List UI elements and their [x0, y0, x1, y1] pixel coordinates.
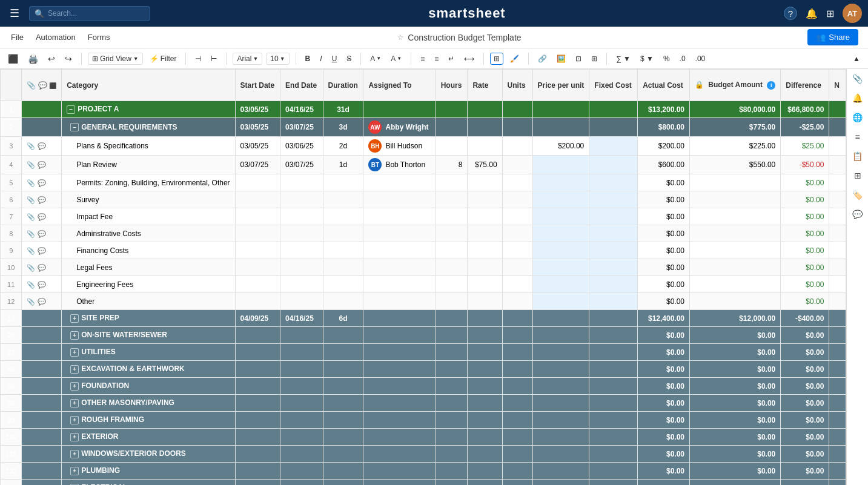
end-date-cell[interactable] [280, 395, 323, 412]
share-button[interactable]: 👥 Share [807, 29, 858, 45]
rate-cell[interactable] [468, 137, 502, 156]
start-date-cell[interactable] [235, 480, 280, 486]
actual-cost-cell[interactable]: $0.00 [638, 191, 690, 208]
currency-button[interactable]: $ ▼ [637, 53, 657, 64]
sidebar-publish-icon[interactable]: 📋 [852, 151, 863, 161]
budget-amount-cell[interactable]: $0.00 [690, 429, 781, 446]
category-cell[interactable]: +ON-SITE WATER/SEWER [62, 327, 235, 344]
difference-cell[interactable]: -$25.00 [781, 118, 829, 137]
actual-cost-cell[interactable]: $0.00 [638, 378, 690, 395]
italic-button[interactable]: I [317, 53, 325, 64]
fixed-cost-cell[interactable] [589, 118, 638, 137]
attach-icon[interactable]: 📎 [27, 161, 35, 168]
comment-icon[interactable]: 💬 [38, 230, 46, 237]
end-date-cell[interactable] [280, 463, 323, 480]
comment-icon[interactable]: 💬 [38, 247, 46, 254]
start-date-cell[interactable]: 03/05/25 [235, 118, 280, 137]
budget-amount-cell[interactable] [690, 191, 781, 208]
start-date-cell[interactable] [235, 395, 280, 412]
rate-cell[interactable] [468, 344, 502, 361]
category-cell[interactable]: Permits: Zoning, Building, Environmental… [62, 174, 235, 191]
fixed-cost-cell[interactable] [589, 344, 638, 361]
price-per-unit-cell[interactable] [532, 446, 589, 463]
actual-cost-cell[interactable]: $0.00 [638, 225, 690, 242]
difference-cell[interactable]: $66,800.00 [781, 101, 829, 118]
align-center-button[interactable]: ≡ [431, 53, 442, 64]
hours-cell[interactable] [436, 137, 468, 156]
start-date-cell[interactable]: 03/05/25 [235, 137, 280, 156]
assigned-to-cell[interactable]: BTBob Thorton [363, 156, 436, 174]
assigned-to-cell[interactable] [363, 101, 436, 118]
bold-button[interactable]: B [302, 53, 314, 64]
automation-menu[interactable]: Automation [35, 30, 77, 44]
fixed-cost-cell[interactable] [589, 310, 638, 327]
price-per-unit-cell[interactable] [532, 118, 589, 137]
expand-collapse-icon[interactable]: + [70, 450, 79, 458]
category-cell[interactable]: Plan Review [62, 156, 235, 174]
duration-cell[interactable] [323, 208, 363, 225]
category-cell[interactable]: +UTILITIES [62, 344, 235, 361]
difference-cell[interactable]: $0.00 [781, 293, 829, 310]
link-icon[interactable]: 🔗 [535, 53, 550, 64]
difference-cell[interactable]: $0.00 [781, 242, 829, 259]
category-cell[interactable]: Legal Fees [62, 259, 235, 276]
start-date-cell[interactable] [235, 344, 280, 361]
duration-cell[interactable] [323, 259, 363, 276]
assigned-to-cell[interactable] [363, 276, 436, 293]
menu-button[interactable]: ☰ [6, 4, 23, 22]
actual-cost-cell[interactable]: $0.00 [638, 276, 690, 293]
price-per-unit-cell[interactable] [532, 378, 589, 395]
collapse-button[interactable]: ▲ [850, 53, 863, 64]
hours-cell[interactable] [436, 174, 468, 191]
end-date-cell[interactable] [280, 259, 323, 276]
price-per-unit-cell[interactable] [532, 344, 589, 361]
assigned-to-cell[interactable] [363, 344, 436, 361]
actual-cost-cell[interactable]: $0.00 [638, 463, 690, 480]
price-per-unit-cell[interactable] [532, 208, 589, 225]
grid-wrapper[interactable]: 📎 💬 ⬛ Category Start Date End Date Durat… [0, 69, 846, 485]
actual-cost-cell[interactable]: $800.00 [638, 118, 690, 137]
difference-cell[interactable]: $0.00 [781, 259, 829, 276]
difference-cell[interactable]: $0.00 [781, 378, 829, 395]
category-cell[interactable]: Adminstrative Costs [62, 225, 235, 242]
end-date-cell[interactable]: 04/16/25 [280, 310, 323, 327]
fixed-cost-cell[interactable] [589, 174, 638, 191]
budget-amount-cell[interactable]: $550.00 [690, 156, 781, 174]
fill-color-button[interactable]: A▼ [367, 53, 384, 64]
units-cell[interactable] [502, 259, 532, 276]
units-cell[interactable] [502, 225, 532, 242]
budget-amount-cell[interactable] [690, 259, 781, 276]
difference-cell[interactable]: $0.00 [781, 446, 829, 463]
units-cell[interactable] [502, 137, 532, 156]
indent-icon[interactable]: ⊣ [192, 53, 204, 64]
end-date-cell[interactable] [280, 208, 323, 225]
actual-cost-cell[interactable]: $0.00 [638, 259, 690, 276]
duration-cell[interactable]: 2d [323, 137, 363, 156]
price-per-unit-cell[interactable] [532, 276, 589, 293]
assigned-to-cell[interactable] [363, 361, 436, 378]
category-cell[interactable]: +PLUMBING [62, 463, 235, 480]
start-date-cell[interactable] [235, 242, 280, 259]
budget-amount-cell[interactable]: $12,000.00 [690, 310, 781, 327]
duration-cell[interactable] [323, 225, 363, 242]
assigned-to-cell[interactable] [363, 242, 436, 259]
end-date-cell[interactable]: 03/07/25 [280, 118, 323, 137]
expand-collapse-icon[interactable]: + [70, 433, 79, 441]
assigned-to-cell[interactable] [363, 463, 436, 480]
end-date-cell[interactable] [280, 480, 323, 486]
decimal-dec-button[interactable]: .0 [677, 53, 689, 64]
category-cell[interactable]: −GENERAL REQUIREMENTS [62, 118, 235, 137]
comment-icon[interactable]: 💬 [38, 264, 46, 271]
duration-cell[interactable] [323, 242, 363, 259]
font-selector[interactable]: Arial ▼ [233, 53, 262, 65]
category-cell[interactable]: Financing Costs [62, 242, 235, 259]
rate-cell[interactable] [468, 208, 502, 225]
rate-cell[interactable] [468, 118, 502, 137]
price-per-unit-cell[interactable] [532, 463, 589, 480]
start-date-cell[interactable] [235, 412, 280, 429]
units-cell[interactable] [502, 208, 532, 225]
start-date-cell[interactable] [235, 259, 280, 276]
rate-cell[interactable] [468, 395, 502, 412]
start-date-cell[interactable] [235, 429, 280, 446]
units-cell[interactable] [502, 242, 532, 259]
